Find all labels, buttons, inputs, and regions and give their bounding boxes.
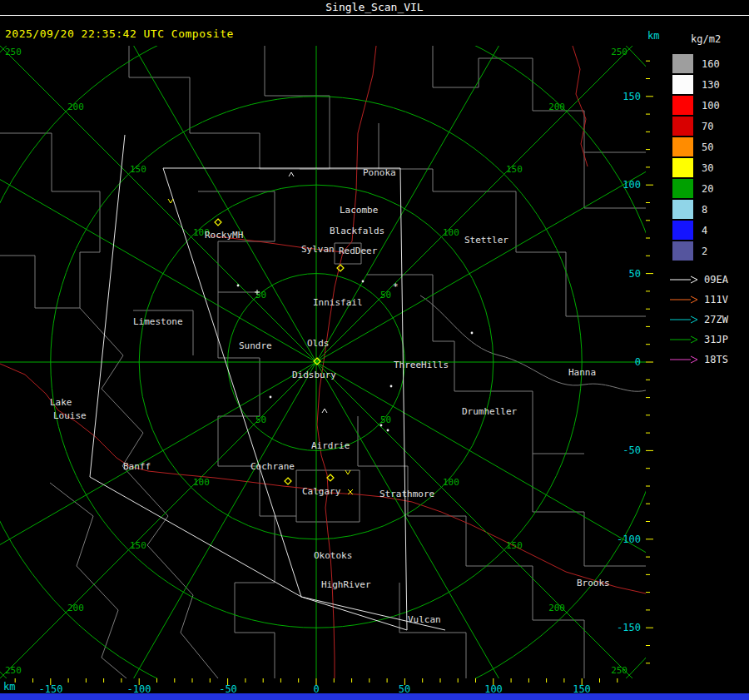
ring-label-200: 200 <box>67 102 84 112</box>
marker-dot <box>380 424 383 427</box>
city-label-vulcan: Vulcan <box>408 614 441 625</box>
bottom-axis-label: -150 <box>39 683 63 693</box>
ring-label-200: 200 <box>67 603 84 613</box>
county-boundary <box>0 133 100 308</box>
right-axis-label: -100 <box>617 534 641 545</box>
colorbar-entry-30: 30 <box>666 157 749 178</box>
city-label-cochrane: Cochrane <box>250 461 295 472</box>
legend-row-18TS: 18TS <box>666 350 749 370</box>
city-label-okotoks: Okotoks <box>314 550 352 561</box>
city-label-lacombe: Lacombe <box>340 205 378 216</box>
colorbar-swatch <box>672 137 693 156</box>
radial-line-225 <box>0 362 316 678</box>
colorbar-swatch <box>672 241 693 261</box>
colorbar-entry-8: 8 <box>666 199 749 220</box>
bottom-axis-label: 0 <box>313 683 319 693</box>
city-label-limestone: Limestone <box>133 316 183 327</box>
colorbar-entry-20: 20 <box>666 178 749 199</box>
colorbar-value: 160 <box>702 58 720 70</box>
legend-row-27ZW: 27ZW <box>666 310 749 330</box>
legend-row-111V: 111V <box>666 290 749 310</box>
city-labels: PonokaLacombeBlackfaldsSylvanRedDeerStet… <box>50 167 610 625</box>
colorbar-entry-160: 160 <box>666 53 749 74</box>
marker-dot <box>270 396 272 399</box>
right-axis-label: -50 <box>623 444 641 456</box>
county-boundary <box>0 256 80 308</box>
county-boundary <box>533 454 646 566</box>
city-label-airdrie: Airdrie <box>311 440 350 451</box>
colorbar: 16013010070503020842 <box>666 53 749 261</box>
ring-label-200: 200 <box>548 102 565 112</box>
ring-label-250: 250 <box>5 665 22 676</box>
county-boundary <box>265 46 330 169</box>
site-marker-diamond <box>337 265 344 271</box>
colorbar-value: 100 <box>702 100 720 112</box>
legend-site-id: 09EA <box>704 274 728 285</box>
track-arrow-icon <box>669 295 699 304</box>
marker-dot <box>471 332 474 335</box>
bottom-axis: -150-100-50050100150 km <box>0 678 646 693</box>
colorbar-value: 50 <box>702 141 713 153</box>
track-arrow-head <box>691 356 697 363</box>
legend-site-id: 18TS <box>704 354 728 365</box>
colorbar-swatch <box>672 179 693 198</box>
window-titlebar[interactable]: Single_Scan_VIL <box>0 0 749 16</box>
colorbar-value: 130 <box>702 79 720 91</box>
right-axis-label: -150 <box>617 622 641 633</box>
site-marker-diamond <box>215 219 221 226</box>
marker-caret-up <box>322 409 327 413</box>
city-label-strathmore: Strathmore <box>379 489 434 499</box>
radial-line-315 <box>0 46 316 362</box>
city-label-didsbury: Didsbury <box>292 370 336 380</box>
colorbar-swatch <box>672 117 693 136</box>
right-axis-ticks <box>646 46 666 678</box>
ring-label-150: 150 <box>506 540 523 551</box>
city-label-drumheller: Drumheller <box>462 406 518 417</box>
colorbar-swatch <box>672 54 693 73</box>
right-axis-label: 100 <box>623 179 641 191</box>
ring-label-100: 100 <box>443 227 459 238</box>
track-arrow-icon <box>669 315 699 324</box>
colorbar-swatch <box>672 96 693 115</box>
radial-line-60 <box>316 46 646 362</box>
highway <box>0 364 323 491</box>
city-label-sylvan: Sylvan <box>301 244 335 255</box>
city-label-louise: Louise <box>53 410 87 421</box>
colorbar-entry-2: 2 <box>666 241 749 261</box>
radar-view[interactable]: 5010015020025050100150200250501001502002… <box>0 46 646 678</box>
city-label-brooks: Brooks <box>577 578 610 588</box>
highway <box>573 46 588 166</box>
ring-label-150: 150 <box>506 164 523 175</box>
radar-site-legend: 09EA111V27ZW31JP18TS <box>666 270 749 370</box>
city-label-blackfalds: Blackfalds <box>330 226 384 236</box>
legend-site-id: 27ZW <box>704 314 728 325</box>
city-label-calgary: Calgary <box>302 486 341 497</box>
bottom-axis-unit: km <box>3 681 15 693</box>
ring-label-150: 150 <box>130 164 146 175</box>
track-arrow-head <box>691 296 697 303</box>
county-boundary <box>399 583 466 678</box>
bottom-axis-label: 50 <box>399 683 410 693</box>
colorbar-entry-50: 50 <box>666 137 749 157</box>
ring-label-50: 50 <box>380 415 391 425</box>
city-label-hanna: Hanna <box>568 367 596 378</box>
city-label-threehills: ThreeHills <box>394 360 449 370</box>
county-boundary <box>300 123 379 169</box>
radar-coverage-outline <box>90 135 445 630</box>
scan-timestamp: 2025/09/20 22:35:42 UTC Composite <box>5 27 234 40</box>
marker-caret-down <box>345 470 350 474</box>
track-arrow-icon <box>669 355 699 364</box>
city-label-olds: Olds <box>307 338 330 349</box>
bottom-blue-bar <box>0 693 749 700</box>
marker-caret-down <box>168 199 173 203</box>
colorbar-swatch <box>672 221 693 240</box>
legend-row-09EA: 09EA <box>666 270 749 290</box>
city-label-ponoka: Ponoka <box>363 167 396 178</box>
park-boundary <box>50 483 126 678</box>
city-label-lake: Lake <box>50 397 72 408</box>
track-arrow-icon <box>669 335 699 344</box>
legend-site-id: 31JP <box>704 334 728 345</box>
ring-label-50: 50 <box>380 290 391 300</box>
right-axis-unit: km <box>647 30 659 42</box>
radar-map[interactable]: 5010015020025050100150200250501001502002… <box>0 46 646 678</box>
